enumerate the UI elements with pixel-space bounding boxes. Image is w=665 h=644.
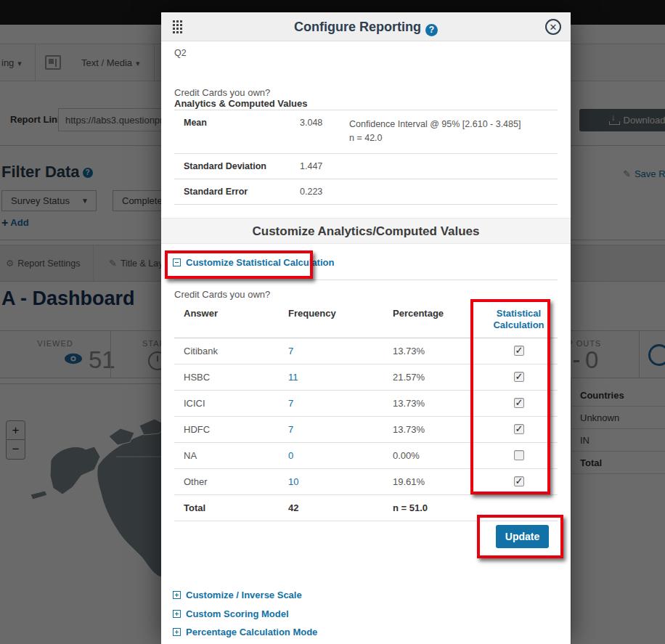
frequency-link[interactable]: 7 bbox=[288, 346, 393, 356]
expand-icon[interactable] bbox=[173, 610, 181, 618]
frequency-link[interactable]: 0 bbox=[288, 450, 393, 461]
analytics-row-mean: Mean 3.048 Confidence Interval @ 95% [2.… bbox=[174, 110, 558, 154]
col-answer: Answer bbox=[184, 308, 288, 332]
analytics-heading: Analytics & Computed Values bbox=[174, 98, 308, 109]
annotation-box-checkbox-column bbox=[470, 299, 550, 494]
analytics-row-stderr: Standard Error 0.223 bbox=[174, 179, 558, 205]
col-frequency: Frequency bbox=[288, 308, 393, 332]
annotation-box-stat-calc-link bbox=[165, 250, 313, 279]
confidence-interval: Confidence Interval @ 95% [2.610 - 3.485… bbox=[349, 118, 558, 131]
frequency-link[interactable]: 7 bbox=[288, 398, 393, 409]
expand-icon[interactable] bbox=[173, 591, 181, 599]
question-text: Credit Cards you own? bbox=[174, 87, 270, 98]
analytics-table: Mean 3.048 Confidence Interval @ 95% [2.… bbox=[174, 110, 558, 205]
analytics-row-stddev: Standard Deviation 1.447 bbox=[174, 154, 558, 179]
percentage-calculation-mode-link[interactable]: Percentage Calculation Mode bbox=[173, 627, 317, 637]
customize-section-heading: Customize Analytics/Computed Values bbox=[161, 218, 571, 244]
custom-scoring-model-link[interactable]: Custom Scoring Model bbox=[173, 608, 289, 619]
frequency-link[interactable]: 11 bbox=[288, 372, 393, 383]
question-code: Q2 bbox=[174, 48, 187, 58]
modal-header: Configure Reporting? ✕ bbox=[161, 12, 571, 41]
customize-inverse-scale-link[interactable]: Customize / Inverse Scale bbox=[173, 590, 302, 600]
annotation-box-update-button bbox=[477, 515, 563, 558]
frequency-link[interactable]: 10 bbox=[288, 476, 393, 487]
close-icon[interactable]: ✕ bbox=[545, 19, 561, 35]
col-percentage: Percentage bbox=[393, 308, 480, 332]
screen: ing Text / Media Report Link https://lab… bbox=[0, 0, 665, 644]
modal-title: Configure Reporting? bbox=[161, 20, 571, 36]
sample-size: n = 42.0 bbox=[349, 131, 558, 145]
question-text-repeat: Credit Cards you own? bbox=[174, 289, 270, 300]
expand-icon[interactable] bbox=[173, 628, 181, 636]
divider bbox=[174, 280, 558, 280]
frequency-link[interactable]: 7 bbox=[288, 424, 393, 435]
help-icon[interactable]: ? bbox=[425, 24, 438, 36]
